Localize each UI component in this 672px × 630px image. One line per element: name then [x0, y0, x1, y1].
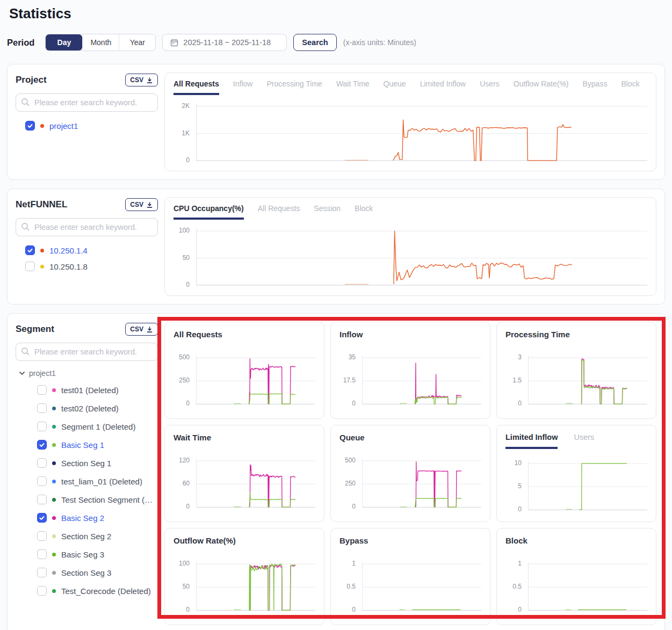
y-axis-tick-label: 1: [352, 560, 356, 567]
segment-label[interactable]: Section Seg 2: [61, 532, 111, 541]
segment-row: Section Seg 3: [37, 568, 158, 577]
netfunnel-label[interactable]: 10.250.1.8: [49, 262, 88, 271]
checkbox-unchecked[interactable]: [37, 403, 47, 413]
netfunnel-label[interactable]: 10.250.1.4: [49, 246, 88, 255]
checkbox-checked[interactable]: [37, 440, 47, 450]
y-axis-tick-label: 500: [345, 457, 356, 464]
y-axis-tick-label: 1K: [182, 129, 190, 137]
y-axis-tick-label: 10: [515, 459, 522, 467]
netfunnel-csv-download-button[interactable]: CSV: [125, 198, 158, 211]
segment-label[interactable]: Basic Seg 2: [61, 513, 104, 523]
checkbox-unchecked[interactable]: [37, 458, 47, 468]
project-chart-tab-users[interactable]: Users: [480, 79, 500, 95]
tree-root-label[interactable]: project1: [29, 369, 56, 378]
netfunnel-chart-tab-cpu-occupancy[interactable]: CPU Occupancy(%): [174, 204, 244, 220]
netfunnel-chart-tab-block[interactable]: Block: [355, 204, 373, 220]
period-tab-day[interactable]: Day: [46, 34, 82, 50]
checkbox-unchecked[interactable]: [37, 476, 47, 486]
project-chart-tab-outflow-rate[interactable]: Outflow Rate(%): [514, 79, 569, 95]
segment-csv-download-button[interactable]: CSV: [125, 323, 158, 336]
y-axis-tick-label: 35: [349, 353, 356, 361]
segment-label[interactable]: test01 (Deleted): [61, 386, 119, 395]
segment-tree-root[interactable]: project1: [19, 369, 158, 378]
chart-card-wait-time: Wait Time120600: [164, 425, 324, 522]
checkbox-unchecked[interactable]: [37, 568, 47, 577]
chart-card-queue: Queue5002500: [330, 425, 490, 522]
project-chart-tab-limited-inflow[interactable]: Limited Inflow: [420, 79, 466, 95]
segment-label[interactable]: Test Section Segment (Delet...: [61, 495, 158, 504]
segment-label[interactable]: Section Seg 3: [61, 568, 111, 577]
checkbox-unchecked[interactable]: [37, 422, 47, 431]
project-item-list: project1: [16, 121, 158, 131]
project-chart-tab-wait-time[interactable]: Wait Time: [336, 79, 370, 95]
segment-row: Basic Seg 2: [37, 513, 158, 523]
period-row: Period DayMonthYear 2025-11-18 ~ 2025-11…: [7, 34, 672, 51]
segment-label[interactable]: Basic Seg 3: [61, 550, 104, 559]
segment-chart-tab-limited-inflow[interactable]: Limited Inflow: [505, 433, 558, 449]
processing-time-chart: 31.50: [505, 351, 647, 409]
project-csv-download-button[interactable]: CSV: [125, 74, 158, 86]
netfunnel-search: [16, 218, 158, 236]
chart-card-inflow: Inflow3517.50: [330, 322, 490, 419]
series-color-dot: [52, 425, 56, 429]
series-color-dot: [52, 534, 56, 538]
segment-panel: Segment CSV project1 test01 (Deleted)tes…: [7, 313, 665, 630]
project-chart-tab-inflow[interactable]: Inflow: [233, 79, 253, 95]
netfunnel-chart-tab-all-requests[interactable]: All Requests: [258, 204, 300, 220]
segment-left-column: Segment CSV project1 test01 (Deleted)tes…: [16, 322, 158, 627]
project-left-column: Project CSV project1: [16, 73, 158, 171]
checkbox-unchecked[interactable]: [37, 495, 47, 504]
netfunnel-search-input[interactable]: [16, 218, 158, 236]
y-axis-labels: 5002500: [339, 454, 359, 512]
segment-search-input[interactable]: [16, 343, 158, 361]
y-axis-labels: 2K1K0: [174, 98, 193, 166]
date-range-input[interactable]: 2025-11-18 ~ 2025-11-18: [162, 34, 287, 51]
checkbox-checked[interactable]: [25, 121, 35, 131]
checkbox-unchecked[interactable]: [37, 586, 47, 596]
checkbox-checked[interactable]: [25, 245, 35, 255]
segment-label[interactable]: test02 (Deleted): [61, 404, 119, 413]
chart-card-bypass: Bypass10.50: [330, 528, 490, 625]
period-tab-month[interactable]: Month: [82, 34, 119, 50]
bypass-chart-svg: [362, 557, 481, 615]
project-chart-tab-block[interactable]: Block: [621, 79, 639, 95]
segment-label[interactable]: Segment 1 (Deleted): [61, 422, 135, 431]
period-tab-year[interactable]: Year: [119, 34, 155, 50]
segment-label[interactable]: test_liam_01 (Deleted): [61, 477, 142, 486]
wait-time-chart-svg: [196, 454, 315, 512]
checkbox-unchecked[interactable]: [25, 262, 35, 271]
project-chart-tab-bypass[interactable]: Bypass: [583, 79, 608, 95]
checkbox-unchecked[interactable]: [37, 385, 47, 395]
checkbox-unchecked[interactable]: [37, 549, 47, 559]
chart-card-all-requests: All Requests5002500: [164, 322, 324, 419]
y-axis-tick-label: 500: [179, 353, 190, 361]
download-icon: [146, 77, 153, 84]
all-requests-chart: 5002500: [174, 351, 315, 409]
card-title: Outflow Rate(%): [174, 536, 315, 545]
project-search-input[interactable]: [16, 93, 158, 112]
search-button[interactable]: Search: [293, 34, 336, 51]
search-icon: [21, 347, 30, 356]
segment-label[interactable]: Basic Seg 1: [61, 440, 104, 450]
project-chart-tab-queue[interactable]: Queue: [384, 79, 406, 95]
netfunnel-chart-tab-session[interactable]: Session: [314, 204, 341, 220]
project-chart-tabs: All RequestsInflowProcessing TimeWait Ti…: [174, 79, 647, 95]
project-chart: 2K1K0: [174, 98, 647, 166]
checkbox-unchecked[interactable]: [37, 531, 47, 541]
project-chart-tab-all-requests[interactable]: All Requests: [174, 79, 219, 95]
segment-label[interactable]: Section Seg 1: [61, 459, 111, 468]
limited-inflow-chart-svg: [528, 457, 647, 515]
segment-label[interactable]: Test_Corecode (Deleted): [61, 586, 151, 596]
chevron-down-icon[interactable]: [19, 371, 25, 375]
segment-chart-tab-users[interactable]: Users: [574, 433, 594, 449]
y-axis-tick-label: 1.5: [512, 376, 522, 384]
date-range-value: 2025-11-18 ~ 2025-11-18: [183, 38, 271, 47]
y-axis-tick-label: 0: [352, 400, 356, 407]
project-label[interactable]: project1: [49, 121, 78, 131]
project-chart-tab-processing-time[interactable]: Processing Time: [266, 79, 322, 95]
card-title: Block: [505, 536, 647, 545]
project-chart-card: All RequestsInflowProcessing TimeWait Ti…: [164, 73, 656, 171]
netfunnel-item-list: 10.250.1.410.250.1.8: [16, 245, 158, 271]
checkbox-checked[interactable]: [37, 513, 47, 523]
series-color-dot: [52, 516, 56, 520]
